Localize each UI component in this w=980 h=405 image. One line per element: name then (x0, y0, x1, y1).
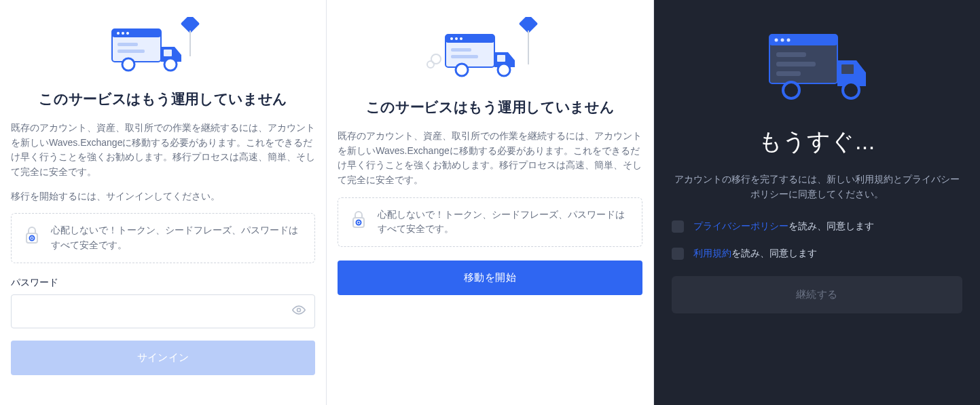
lock-icon (22, 225, 41, 249)
svg-point-15 (297, 308, 301, 311)
privacy-rest: を読み、同意します (788, 220, 874, 231)
consent-panel: もうすぐ... アカウントの移行を完了するには、新しい利用規約とプライバシーポリ… (654, 0, 980, 405)
terms-checkbox[interactable] (672, 248, 684, 260)
terms-rest: を読み、同意します (731, 248, 817, 258)
svg-point-10 (122, 58, 134, 71)
terms-check-row: 利用規約を読み、同意します (669, 248, 965, 260)
migrate-card: このサービスはもう運用していません 既存のアカウント、資産、取引所での作業を継続… (333, 17, 646, 295)
panel-title: このサービスはもう運用していません (333, 98, 646, 117)
privacy-checkbox[interactable] (672, 220, 684, 233)
svg-point-42 (783, 82, 799, 98)
migrate-panel: このサービスはもう運用していません 既存のアカウント、資産、取引所での作業を継続… (327, 0, 653, 405)
password-label: パスワード (11, 277, 315, 289)
svg-point-29 (498, 64, 510, 76)
continue-button[interactable]: 継続する (672, 276, 962, 313)
toggle-password-icon[interactable] (292, 303, 306, 320)
svg-rect-8 (117, 50, 145, 53)
terms-label: 利用規約を読み、同意します (693, 248, 817, 260)
svg-point-36 (780, 39, 784, 42)
svg-rect-40 (776, 71, 801, 76)
svg-point-4 (117, 32, 120, 35)
svg-point-14 (31, 237, 33, 239)
svg-rect-38 (776, 52, 806, 57)
security-notice: 心配しないで！トークン、シードフレーズ、パスワードはすべて安全です。 (11, 213, 315, 263)
svg-point-6 (126, 32, 129, 35)
svg-rect-34 (769, 35, 837, 45)
svg-point-22 (450, 37, 453, 40)
svg-point-24 (460, 37, 462, 40)
svg-rect-27 (497, 55, 505, 62)
signin-card: このサービスはもう運用していません 既存のアカウント、資産、取引所での作業を継続… (7, 17, 319, 375)
privacy-link[interactable]: プライバシーポリシー (693, 220, 788, 231)
signin-prompt: 移行を開始するには、サインインしてください。 (7, 189, 319, 204)
password-input[interactable] (11, 294, 315, 328)
svg-rect-9 (164, 50, 172, 56)
svg-rect-7 (117, 43, 138, 46)
notice-text: 心配しないで！トークン、シードフレーズ、パスワードはすべて安全です。 (51, 223, 304, 252)
lock-icon (349, 209, 368, 233)
notice-text: 心配しないで！トークン、シードフレーズ、パスワードはすべて安全です。 (378, 208, 630, 237)
svg-point-32 (358, 221, 360, 223)
truck-illustration (669, 21, 965, 109)
panel-title: もうすぐ... (669, 126, 965, 157)
continue-row: 継続する (669, 276, 965, 313)
svg-point-35 (774, 39, 778, 42)
consent-subtitle: アカウントの移行を完了するには、新しい利用規約とプライバシーポリシーに同意してく… (669, 172, 965, 201)
truck-illustration (7, 17, 319, 73)
truck-illustration (333, 17, 646, 81)
svg-point-37 (786, 39, 790, 42)
svg-rect-26 (451, 55, 478, 58)
svg-point-23 (455, 37, 458, 40)
password-input-wrap (11, 294, 315, 328)
description-text: 既存のアカウント、資産、取引所での作業を継続するには、アカウントを新しいWave… (333, 129, 646, 188)
description-text: 既存のアカウント、資産、取引所での作業を継続するには、アカウントを新しいWave… (7, 121, 319, 180)
panel-title: このサービスはもう運用していません (7, 90, 319, 109)
consent-inner: もうすぐ... アカウントの移行を完了するには、新しい利用規約とプライバシーポリ… (661, 7, 973, 317)
svg-rect-39 (776, 62, 816, 66)
svg-point-28 (456, 64, 468, 76)
start-migration-button[interactable]: 移動を開始 (338, 261, 642, 295)
security-notice: 心配しないで！トークン、シードフレーズ、パスワードはすべて安全です。 (338, 197, 642, 247)
svg-rect-25 (451, 48, 471, 52)
signin-panel: このサービスはもう運用していません 既存のアカウント、資産、取引所での作業を継続… (0, 0, 327, 405)
svg-point-5 (122, 32, 124, 35)
svg-point-43 (843, 82, 859, 98)
svg-point-19 (427, 61, 434, 68)
svg-rect-41 (841, 64, 854, 74)
signin-button[interactable]: サインイン (11, 341, 315, 375)
privacy-check-row: プライバシーポリシーを読み、同意します (669, 220, 965, 233)
privacy-label: プライバシーポリシーを読み、同意します (693, 220, 874, 233)
svg-point-11 (164, 58, 177, 71)
terms-link[interactable]: 利用規約 (693, 248, 731, 258)
